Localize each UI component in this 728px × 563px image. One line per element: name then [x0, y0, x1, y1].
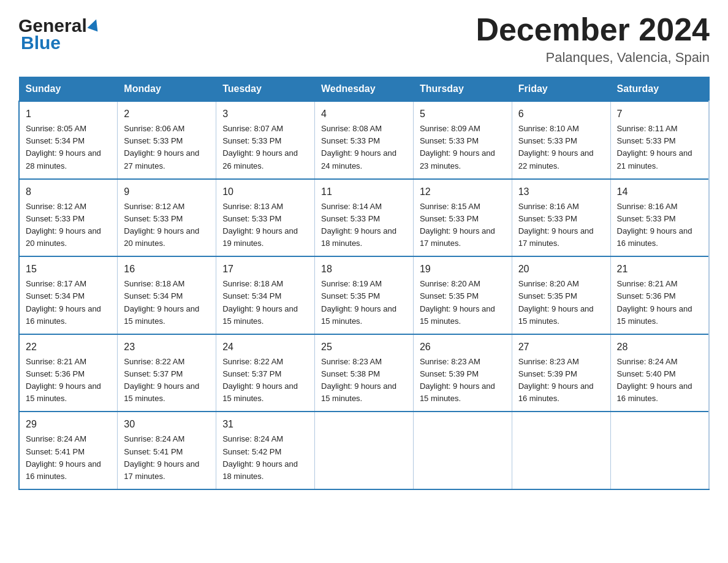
calendar-cell: 31Sunrise: 8:24 AMSunset: 5:42 PMDayligh… — [216, 412, 315, 489]
day-info: Sunrise: 8:22 AMSunset: 5:37 PMDaylight:… — [124, 357, 199, 403]
day-number: 26 — [420, 340, 506, 354]
day-info: Sunrise: 8:16 AMSunset: 5:33 PMDaylight:… — [518, 202, 594, 248]
weekday-header-thursday: Thursday — [413, 77, 512, 102]
calendar-cell: 8Sunrise: 8:12 AMSunset: 5:33 PMDaylight… — [19, 179, 118, 257]
day-info: Sunrise: 8:06 AMSunset: 5:33 PMDaylight:… — [124, 124, 199, 170]
day-info: Sunrise: 8:13 AMSunset: 5:33 PMDaylight:… — [222, 202, 298, 248]
calendar-cell: 20Sunrise: 8:20 AMSunset: 5:35 PMDayligh… — [512, 256, 610, 334]
calendar-week-row: 22Sunrise: 8:21 AMSunset: 5:36 PMDayligh… — [19, 334, 709, 412]
calendar-cell: 30Sunrise: 8:24 AMSunset: 5:41 PMDayligh… — [118, 412, 216, 489]
calendar-cell: 26Sunrise: 8:23 AMSunset: 5:39 PMDayligh… — [413, 334, 512, 412]
day-info: Sunrise: 8:24 AMSunset: 5:42 PMDaylight:… — [222, 434, 298, 480]
weekday-header-saturday: Saturday — [610, 77, 709, 102]
calendar-cell: 10Sunrise: 8:13 AMSunset: 5:33 PMDayligh… — [216, 179, 315, 257]
day-number: 21 — [617, 262, 702, 277]
calendar-cell: 27Sunrise: 8:23 AMSunset: 5:39 PMDayligh… — [512, 334, 610, 412]
calendar-cell: 28Sunrise: 8:24 AMSunset: 5:40 PMDayligh… — [610, 334, 709, 412]
day-info: Sunrise: 8:23 AMSunset: 5:39 PMDaylight:… — [420, 357, 495, 403]
day-number: 10 — [222, 185, 308, 199]
day-number: 5 — [420, 107, 506, 121]
calendar-cell — [315, 412, 414, 489]
title-block: December 2024 Palanques, Valencia, Spain — [476, 12, 710, 66]
weekday-header-tuesday: Tuesday — [216, 77, 315, 102]
day-number: 29 — [26, 417, 111, 432]
day-info: Sunrise: 8:12 AMSunset: 5:33 PMDaylight:… — [26, 202, 101, 248]
day-number: 7 — [617, 107, 702, 121]
day-info: Sunrise: 8:22 AMSunset: 5:37 PMDaylight:… — [222, 357, 298, 403]
day-info: Sunrise: 8:20 AMSunset: 5:35 PMDaylight:… — [518, 279, 594, 325]
weekday-header-wednesday: Wednesday — [315, 77, 414, 102]
day-info: Sunrise: 8:23 AMSunset: 5:39 PMDaylight:… — [518, 357, 594, 403]
day-number: 11 — [321, 185, 407, 199]
calendar-cell: 18Sunrise: 8:19 AMSunset: 5:35 PMDayligh… — [315, 256, 414, 334]
calendar-cell: 21Sunrise: 8:21 AMSunset: 5:36 PMDayligh… — [610, 256, 709, 334]
day-info: Sunrise: 8:24 AMSunset: 5:41 PMDaylight:… — [26, 434, 101, 480]
day-info: Sunrise: 8:07 AMSunset: 5:33 PMDaylight:… — [222, 124, 298, 170]
calendar-cell: 11Sunrise: 8:14 AMSunset: 5:33 PMDayligh… — [315, 179, 414, 257]
calendar-cell: 9Sunrise: 8:12 AMSunset: 5:33 PMDaylight… — [118, 179, 216, 257]
day-number: 22 — [26, 340, 111, 354]
day-number: 25 — [321, 340, 407, 354]
weekday-header-sunday: Sunday — [19, 77, 118, 102]
location-text: Palanques, Valencia, Spain — [476, 50, 710, 66]
calendar-cell: 25Sunrise: 8:23 AMSunset: 5:38 PMDayligh… — [315, 334, 414, 412]
calendar-cell: 2Sunrise: 8:06 AMSunset: 5:33 PMDaylight… — [118, 101, 216, 179]
month-title: December 2024 — [476, 12, 710, 47]
calendar-cell: 13Sunrise: 8:16 AMSunset: 5:33 PMDayligh… — [512, 179, 610, 257]
day-number: 23 — [124, 340, 210, 354]
day-number: 8 — [26, 185, 111, 199]
day-info: Sunrise: 8:20 AMSunset: 5:35 PMDaylight:… — [420, 279, 495, 325]
calendar-cell: 4Sunrise: 8:08 AMSunset: 5:33 PMDaylight… — [315, 101, 414, 179]
calendar-cell: 22Sunrise: 8:21 AMSunset: 5:36 PMDayligh… — [19, 334, 118, 412]
calendar-cell: 19Sunrise: 8:20 AMSunset: 5:35 PMDayligh… — [413, 256, 512, 334]
day-number: 30 — [124, 417, 210, 432]
day-info: Sunrise: 8:10 AMSunset: 5:33 PMDaylight:… — [518, 124, 594, 170]
calendar-week-row: 8Sunrise: 8:12 AMSunset: 5:33 PMDaylight… — [19, 179, 709, 257]
day-number: 15 — [26, 262, 111, 277]
calendar-table: SundayMondayTuesdayWednesdayThursdayFrid… — [18, 77, 710, 490]
day-info: Sunrise: 8:18 AMSunset: 5:34 PMDaylight:… — [124, 279, 199, 325]
calendar-cell: 23Sunrise: 8:22 AMSunset: 5:37 PMDayligh… — [118, 334, 216, 412]
day-info: Sunrise: 8:21 AMSunset: 5:36 PMDaylight:… — [617, 279, 692, 325]
day-number: 13 — [518, 185, 604, 199]
day-info: Sunrise: 8:23 AMSunset: 5:38 PMDaylight:… — [321, 357, 396, 403]
calendar-cell: 15Sunrise: 8:17 AMSunset: 5:34 PMDayligh… — [19, 256, 118, 334]
day-number: 1 — [26, 107, 111, 121]
day-info: Sunrise: 8:11 AMSunset: 5:33 PMDaylight:… — [617, 124, 692, 170]
calendar-cell: 16Sunrise: 8:18 AMSunset: 5:34 PMDayligh… — [118, 256, 216, 334]
day-info: Sunrise: 8:08 AMSunset: 5:33 PMDaylight:… — [321, 124, 396, 170]
calendar-cell: 12Sunrise: 8:15 AMSunset: 5:33 PMDayligh… — [413, 179, 512, 257]
day-info: Sunrise: 8:16 AMSunset: 5:33 PMDaylight:… — [617, 202, 692, 248]
day-info: Sunrise: 8:05 AMSunset: 5:34 PMDaylight:… — [26, 124, 101, 170]
weekday-header-friday: Friday — [512, 77, 610, 102]
day-number: 12 — [420, 185, 506, 199]
logo: General Blue — [18, 12, 100, 53]
day-number: 28 — [617, 340, 702, 354]
day-number: 18 — [321, 262, 407, 277]
logo-triangle-icon — [87, 17, 101, 31]
day-info: Sunrise: 8:24 AMSunset: 5:40 PMDaylight:… — [617, 357, 692, 403]
calendar-cell: 14Sunrise: 8:16 AMSunset: 5:33 PMDayligh… — [610, 179, 709, 257]
calendar-cell — [610, 412, 709, 489]
day-number: 24 — [222, 340, 308, 354]
page-header: General Blue December 2024 Palanques, Va… — [18, 12, 710, 66]
day-number: 17 — [222, 262, 308, 277]
day-info: Sunrise: 8:12 AMSunset: 5:33 PMDaylight:… — [124, 202, 199, 248]
weekday-header-monday: Monday — [118, 77, 216, 102]
day-number: 9 — [124, 185, 210, 199]
day-number: 20 — [518, 262, 604, 277]
day-info: Sunrise: 8:09 AMSunset: 5:33 PMDaylight:… — [420, 124, 495, 170]
day-number: 27 — [518, 340, 604, 354]
day-number: 19 — [420, 262, 506, 277]
day-info: Sunrise: 8:21 AMSunset: 5:36 PMDaylight:… — [26, 357, 101, 403]
day-number: 14 — [617, 185, 702, 199]
calendar-week-row: 29Sunrise: 8:24 AMSunset: 5:41 PMDayligh… — [19, 412, 709, 489]
day-number: 2 — [124, 107, 210, 121]
day-number: 4 — [321, 107, 407, 121]
day-info: Sunrise: 8:19 AMSunset: 5:35 PMDaylight:… — [321, 279, 396, 325]
calendar-cell: 5Sunrise: 8:09 AMSunset: 5:33 PMDaylight… — [413, 101, 512, 179]
calendar-week-row: 15Sunrise: 8:17 AMSunset: 5:34 PMDayligh… — [19, 256, 709, 334]
calendar-cell: 29Sunrise: 8:24 AMSunset: 5:41 PMDayligh… — [19, 412, 118, 489]
day-number: 6 — [518, 107, 604, 121]
day-info: Sunrise: 8:24 AMSunset: 5:41 PMDaylight:… — [124, 434, 199, 480]
